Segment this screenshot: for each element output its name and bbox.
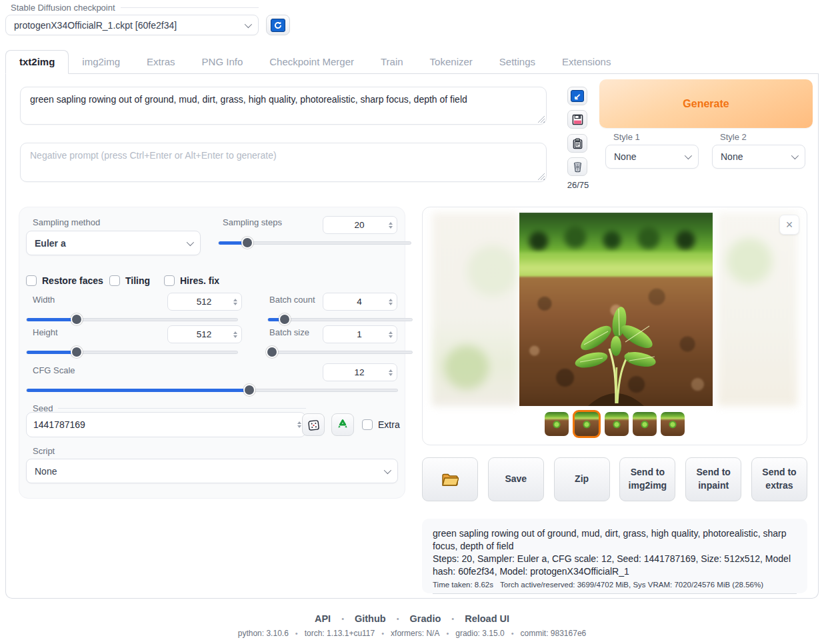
batch-size-input[interactable]: 1 <box>323 325 397 343</box>
cfg-scale-value: 12 <box>330 367 389 377</box>
send-to-extras-button[interactable]: Send to extras <box>751 457 807 501</box>
sampling-steps-value: 20 <box>330 220 389 230</box>
chevron-down-icon <box>384 466 391 473</box>
tab-txt2img[interactable]: txt2img <box>5 50 69 74</box>
width-slider[interactable] <box>26 314 238 325</box>
style1-select[interactable]: None <box>605 145 699 169</box>
negative-prompt-input[interactable] <box>20 143 547 182</box>
tab-png-info[interactable]: PNG Info <box>189 51 257 73</box>
cfg-scale-label: CFG Scale <box>33 365 75 375</box>
torch-version: torch: 1.13.1+cu117 <box>305 629 375 638</box>
open-folder-button[interactable] <box>422 457 478 501</box>
sampling-method-value: Euler a <box>35 238 187 249</box>
script-select[interactable]: None <box>26 459 398 483</box>
extra-seed-checkbox[interactable]: Extra <box>362 419 400 430</box>
style2-select[interactable]: None <box>712 145 805 169</box>
cfg-scale-input[interactable]: 12 <box>323 363 397 381</box>
stepper-arrows[interactable] <box>233 331 237 338</box>
gradio-version: gradio: 3.15.0 <box>455 629 504 638</box>
tab-train[interactable]: Train <box>367 51 417 73</box>
prompt-input[interactable]: green sapling rowing out of ground, mud,… <box>20 87 547 125</box>
tiling-label: Tiling <box>125 275 150 286</box>
tab-checkpoint-merger[interactable]: Checkpoint Merger <box>256 51 367 73</box>
thumbnail-2-selected[interactable] <box>573 410 601 438</box>
close-gallery-button[interactable]: × <box>779 215 799 235</box>
tab-extras[interactable]: Extras <box>133 51 189 73</box>
stepper-arrows[interactable] <box>389 369 393 376</box>
main-tabs: txt2img img2img Extras PNG Info Checkpoi… <box>5 50 819 74</box>
refresh-checkpoint-button[interactable] <box>266 15 290 35</box>
batch-count-input[interactable]: 4 <box>323 293 397 311</box>
stepper-arrows[interactable] <box>389 299 393 305</box>
sampling-steps-input[interactable]: 20 <box>323 216 397 234</box>
info-performance-text: Time taken: 8.62sTorch active/reserved: … <box>433 581 797 594</box>
folder-icon <box>441 472 459 487</box>
sampling-method-select[interactable]: Euler a <box>26 231 201 255</box>
thumbnail-5[interactable] <box>661 412 685 436</box>
hires-fix-checkbox[interactable]: Hires. fix <box>164 275 219 286</box>
save-button[interactable]: Save <box>488 457 544 501</box>
footer-versions: python: 3.10.6 • torch: 1.13.1+cu117 • x… <box>0 629 824 638</box>
output-gallery: × <box>422 207 807 445</box>
tab-extensions[interactable]: Extensions <box>549 51 624 73</box>
sampling-steps-slider[interactable] <box>218 237 411 248</box>
api-link[interactable]: API <box>315 613 331 624</box>
stepper-arrows[interactable] <box>297 421 301 428</box>
tab-img2img[interactable]: img2img <box>69 51 133 73</box>
reuse-seed-button[interactable] <box>331 413 354 436</box>
tiling-checkbox[interactable]: Tiling <box>109 275 150 286</box>
clear-prompt-button[interactable] <box>567 157 587 176</box>
batch-size-slider[interactable] <box>267 347 413 357</box>
random-seed-button[interactable] <box>302 413 325 436</box>
script-value: None <box>35 466 384 477</box>
checkbox-box[interactable] <box>164 275 175 286</box>
checkbox-box[interactable] <box>362 419 373 430</box>
chevron-down-icon <box>187 238 194 245</box>
seed-input[interactable]: 1441787169 <box>26 412 306 437</box>
stepper-arrows[interactable] <box>233 299 237 305</box>
thumbnail-3[interactable] <box>605 412 629 436</box>
height-slider[interactable] <box>26 347 238 357</box>
stepper-arrows[interactable] <box>389 331 393 338</box>
checkpoint-select[interactable]: protogenX34OfficialR_1.ckpt [60fe2f34] <box>5 15 259 35</box>
generate-button[interactable]: Generate <box>599 79 813 128</box>
width-input[interactable]: 512 <box>167 293 242 311</box>
tab-tokenizer[interactable]: Tokenizer <box>417 51 486 73</box>
send-to-img2img-button[interactable]: Send to img2img <box>619 457 675 501</box>
batch-count-label: Batch count <box>269 295 315 305</box>
tab-settings[interactable]: Settings <box>486 51 549 73</box>
batch-count-value: 4 <box>330 297 389 307</box>
gallery-prev-image-blurred <box>432 213 519 406</box>
zip-button[interactable]: Zip <box>554 457 610 501</box>
checkbox-box[interactable] <box>26 275 37 286</box>
bullet-separator: • <box>511 629 514 637</box>
chevron-down-icon <box>685 152 692 159</box>
thumbnail-1[interactable] <box>545 412 569 436</box>
apply-style-button[interactable] <box>567 134 587 153</box>
stepper-arrows[interactable] <box>389 222 393 229</box>
batch-size-value: 1 <box>330 329 389 339</box>
height-input[interactable]: 512 <box>167 325 242 343</box>
script-label: Script <box>33 446 55 456</box>
save-style-button[interactable] <box>567 110 587 129</box>
generated-image[interactable] <box>519 213 713 406</box>
batch-count-slider[interactable] <box>267 314 413 325</box>
style2-value: None <box>721 151 791 162</box>
thumbnail-4[interactable] <box>633 412 657 436</box>
dice-icon <box>307 419 320 431</box>
paste-params-button[interactable]: ↙ <box>567 87 587 105</box>
gradio-link[interactable]: Gradio <box>410 613 441 624</box>
floppy-disk-icon <box>572 114 583 125</box>
send-to-inpaint-button[interactable]: Send to inpaint <box>685 457 741 501</box>
github-link[interactable]: Github <box>355 613 386 624</box>
xformers-version: xformers: N/A <box>391 629 439 638</box>
checkbox-box[interactable] <box>109 275 120 286</box>
python-version: python: 3.10.6 <box>238 629 289 638</box>
recycle-icon <box>336 418 349 431</box>
footer-links: API • Github • Gradio • Reload UI <box>0 613 824 624</box>
restore-faces-checkbox[interactable]: Restore faces <box>26 275 103 286</box>
reload-ui-link[interactable]: Reload UI <box>465 613 509 624</box>
cfg-scale-slider[interactable] <box>26 385 398 395</box>
height-label: Height <box>33 327 58 337</box>
trash-icon <box>572 161 583 173</box>
